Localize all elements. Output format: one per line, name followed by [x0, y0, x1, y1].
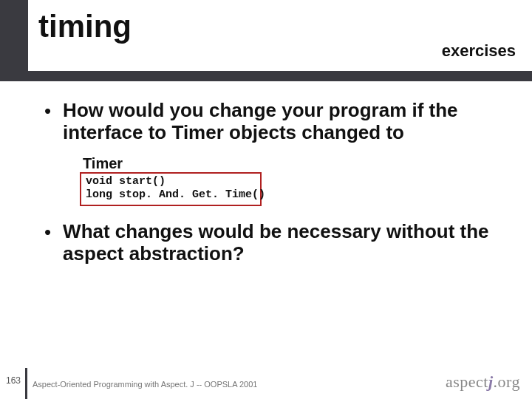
bullet-dot-icon: • — [44, 220, 51, 244]
bullet-2-text: What changes would be necessary without … — [63, 220, 502, 265]
bullet-2: • What changes would be necessary withou… — [44, 220, 502, 265]
bullet-1: • How would you change your program if t… — [44, 99, 502, 143]
bullet-dot-icon: • — [44, 99, 51, 123]
code-block-title: Timer — [80, 154, 262, 172]
logo-suffix: .org — [494, 372, 520, 391]
title-accent-block — [0, 0, 28, 71]
bullet-1-text: How would you change your program if the… — [63, 99, 502, 143]
footer-caption: Aspect-Oriented Programming with Aspect.… — [33, 380, 257, 389]
slide-subtitle: exercises — [442, 41, 516, 61]
title-band: timing exercises — [0, 0, 532, 71]
logo-prefix: aspect — [446, 372, 488, 391]
page-number: 163 — [6, 375, 21, 386]
logo: aspectj.org — [446, 372, 520, 392]
code-block: Timer void start() long stop. And. Get. … — [80, 154, 262, 206]
code-line-1: void start() — [86, 175, 256, 188]
logo-j: j — [488, 372, 494, 391]
code-box: void start() long stop. And. Get. Time() — [80, 172, 262, 206]
footer-accent-bar — [25, 368, 27, 399]
code-line-2: long stop. And. Get. Time() — [86, 188, 256, 202]
divider-bar — [0, 71, 532, 81]
content-area: • How would you change your program if t… — [44, 99, 502, 149]
slide: timing exercises • How would you change … — [0, 0, 532, 399]
slide-title: timing — [38, 9, 132, 44]
